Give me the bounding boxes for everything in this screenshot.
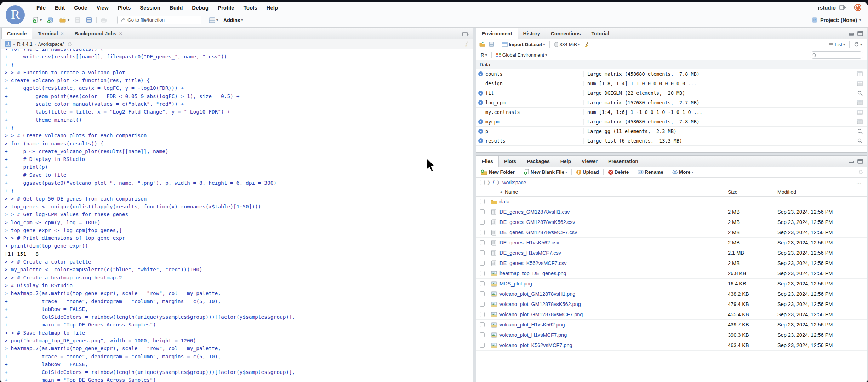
file-name[interactable]: volcano_plot_GM12878vsK562.png [499,301,728,307]
delete-button[interactable]: Delete [606,168,630,176]
view-table-icon[interactable] [853,110,867,115]
modified-column-header[interactable]: Modified [777,189,867,195]
upload-button[interactable]: Upload [575,168,600,176]
environment-object-row[interactable]: ▶mycpmLarge matrix (458680 elements, 7.8… [476,117,867,127]
file-name[interactable]: DE_genes_GM12878vsH1.csv [499,209,728,215]
clear-environment-icon[interactable] [584,41,590,47]
expand-arrow-icon[interactable]: ▶ [478,129,483,134]
maximize-pane-icon[interactable] [857,159,863,164]
view-table-icon[interactable] [853,119,867,124]
save-workspace-icon[interactable] [489,42,494,47]
tab-files[interactable]: Files [476,156,499,167]
name-column-header[interactable]: ▲Name [499,189,728,195]
expand-arrow-icon[interactable]: ▶ [476,91,485,96]
tab-help[interactable]: Help [555,156,576,167]
expand-arrow-icon[interactable]: ▶ [478,91,483,96]
refresh-files-icon[interactable] [858,169,863,175]
tab-packages[interactable]: Packages [521,156,555,167]
goto-file-input[interactable]: Go to file/function [117,16,201,24]
file-row[interactable]: DE_genes_GM12878vsMCF7.csv2 MBSep 23, 20… [476,227,867,238]
file-checkbox[interactable] [480,271,485,276]
menu-item-edit[interactable]: Edit [50,5,69,11]
menu-item-profile[interactable]: Profile [213,5,239,11]
view-table-icon[interactable] [853,81,867,86]
project-selector[interactable]: R Project: (None) ▾ [811,17,868,23]
import-dataset-button[interactable]: Import Dataset ▾ [500,41,547,48]
environment-object-row[interactable]: ▶log_cpmLarge matrix (157680 elements, 2… [476,98,867,108]
menu-item-build[interactable]: Build [165,5,188,11]
menu-item-help[interactable]: Help [262,5,283,11]
tab-presentation[interactable]: Presentation [603,156,644,167]
tab-plots[interactable]: Plots [499,156,521,167]
file-name[interactable]: DE_genes_K562vsMCF7.csv [499,260,728,266]
tab-tutorial[interactable]: Tutorial [586,28,615,39]
file-checkbox[interactable] [480,343,485,348]
addins-button[interactable]: Addins ▾ [222,16,244,24]
file-checkbox[interactable] [480,291,485,296]
file-name[interactable]: volcano_plot_H1vsK562.png [499,322,728,328]
view-table-icon[interactable] [853,100,867,105]
expand-arrow-icon[interactable]: ▶ [478,119,483,124]
view-table-icon[interactable] [853,71,867,76]
file-checkbox[interactable] [480,250,485,255]
expand-arrow-icon[interactable]: ▶ [478,100,483,105]
file-checkbox[interactable] [480,199,485,204]
file-row[interactable]: DE_genes_H1vsMCF7.csv2.1 MBSep 23, 2024,… [476,248,867,258]
file-name[interactable]: volcano_plot_GM12878vsH1.png [499,291,728,297]
expand-arrow-icon[interactable]: ▶ [476,100,485,105]
expand-arrow-icon[interactable]: ▶ [476,129,485,134]
tab-history[interactable]: History [518,28,546,39]
tab-environment[interactable]: Environment [476,28,518,39]
sign-out-icon[interactable] [839,5,846,10]
tab-background-jobs[interactable]: Background Jobs✕ [69,28,128,39]
menu-item-debug[interactable]: Debug [187,5,213,11]
environment-search-input[interactable] [810,51,863,59]
list-view-button[interactable]: List ▾ [827,41,846,48]
close-tab-icon[interactable]: ✕ [119,31,122,36]
file-name[interactable]: DE_genes_H1vsK562.csv [499,240,728,245]
save-all-button[interactable] [85,16,94,24]
file-row[interactable]: DE_genes_H1vsK562.csv2 MBSep 23, 2024, 1… [476,238,867,248]
scope-selector[interactable]: Global Environment ▾ [495,51,549,59]
expand-arrow-icon[interactable]: ▶ [478,138,483,143]
environment-object-row[interactable]: designnum [1:8, 1:4] 1 1 0 0 0 0 0 0 0 0… [476,79,867,88]
file-checkbox[interactable] [480,281,485,286]
memory-usage-button[interactable]: 334 MiB ▾ [553,41,582,48]
panes-layout-button[interactable]: ▾ [207,16,219,24]
file-checkbox[interactable] [480,230,485,235]
maximize-pane-icon[interactable] [857,31,863,36]
menu-item-plots[interactable]: Plots [113,5,136,11]
tab-console[interactable]: Console [1,28,32,39]
tab-viewer[interactable]: Viewer [576,156,603,167]
file-checkbox[interactable] [480,261,485,266]
open-file-button[interactable]: ▾ [58,16,71,24]
file-name[interactable]: volcano_plot_GM12878vsMCF7.png [499,312,728,317]
menu-item-view[interactable]: View [92,5,113,11]
file-row[interactable]: DE_genes_GM12878vsK562.csv2 MBSep 23, 20… [476,217,867,227]
file-checkbox[interactable] [480,220,485,225]
language-selector[interactable]: R ▾ [479,51,489,59]
menu-item-code[interactable]: Code [69,5,92,11]
file-checkbox[interactable] [480,332,485,337]
tab-terminal[interactable]: Terminal✕ [32,28,69,39]
breadcrumb-workspace[interactable]: workspace [502,180,526,185]
file-checkbox[interactable] [480,240,485,245]
environment-object-row[interactable]: ▶pLarge gg (11 elements, 2.3 MB) [476,127,867,136]
breadcrumb-root[interactable]: / [493,180,494,185]
new-file-button[interactable]: ▾ [31,16,43,24]
console-output[interactable]: > for (name in names(results)) { + write… [1,49,473,382]
file-checkbox[interactable] [480,312,485,317]
new-folder-button[interactable]: New Folder [479,168,516,176]
file-name[interactable]: DE_genes_H1vsMCF7.csv [499,250,728,256]
file-row[interactable]: volcano_plot_H1vsMCF7.png390.3 KBSep 23,… [476,330,867,340]
expand-arrow-icon[interactable]: ▶ [476,138,485,143]
environment-object-row[interactable]: ▶countsLarge matrix (458680 elements, 7.… [476,69,867,79]
size-column-header[interactable]: Size [728,189,777,195]
expand-arrow-icon[interactable]: ▶ [476,71,485,76]
inspect-object-icon[interactable] [853,91,867,96]
file-row[interactable]: volcano_plot_K562vsMCF7.png463.4 KBSep 2… [476,340,867,351]
file-name[interactable]: DE_genes_GM12878vsK562.csv [499,219,728,225]
new-blank-file-button[interactable]: New Blank File▾ [522,168,569,176]
menu-item-session[interactable]: Session [135,5,165,11]
expand-arrow-icon[interactable]: ▶ [478,71,483,76]
